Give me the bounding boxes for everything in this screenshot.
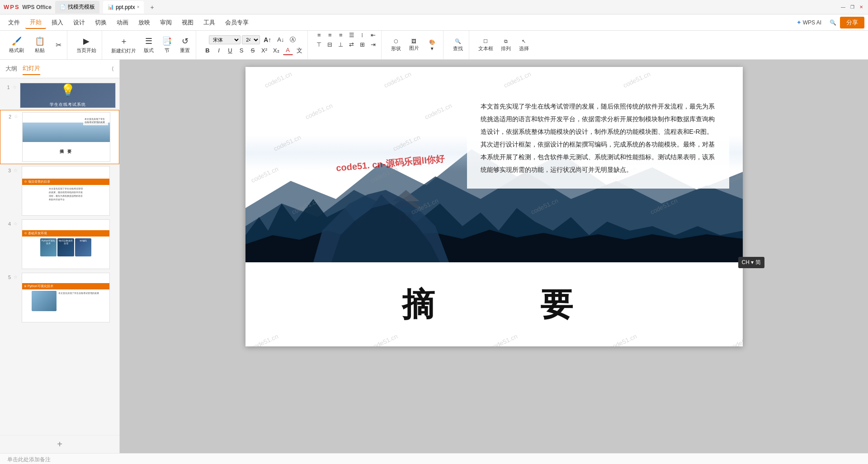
slide-num-5: 5 bbox=[4, 275, 11, 280]
slide-item-4[interactable]: 4 ☆ ※ 基础开发环境 Python可视化技术 MySQL数据库合理 bbox=[0, 218, 119, 271]
align-bot-btn[interactable]: ⊥ bbox=[336, 40, 346, 49]
minimize-btn[interactable]: — bbox=[840, 4, 846, 10]
slide-star-2: ☆ bbox=[14, 114, 19, 119]
search-icon[interactable]: 🔍 bbox=[830, 19, 836, 26]
menu-tools[interactable]: 工具 bbox=[199, 17, 220, 28]
textbox-btn[interactable]: ☐ 文本框 bbox=[476, 37, 496, 54]
subscript-btn[interactable]: X₂ bbox=[271, 46, 282, 55]
slide-thumb-4[interactable]: ※ 基础开发环境 Python可视化技术 MySQL数据库合理 hi/编码 bbox=[22, 219, 110, 269]
layout-btn[interactable]: ☰ 版式 bbox=[141, 34, 157, 56]
tab-templates-icon: 📄 bbox=[60, 4, 66, 10]
toolbar-group-textbox: ☐ 文本框 ⧉ 排列 ↖ 选择 bbox=[473, 31, 535, 59]
cut-icon[interactable]: ✂ bbox=[53, 38, 64, 52]
justify-btn[interactable]: ☰ bbox=[347, 31, 357, 39]
tab-outline[interactable]: 大纲 bbox=[5, 63, 17, 75]
text-dir-btn[interactable]: ⇄ bbox=[347, 40, 357, 49]
slide-num-4: 4 bbox=[4, 221, 11, 227]
menu-design[interactable]: 设计 bbox=[69, 17, 90, 28]
italic-btn[interactable]: I bbox=[214, 46, 224, 55]
slide-bottom: 摘 要 bbox=[245, 263, 743, 346]
slide-num: 1 bbox=[4, 85, 10, 90]
col-count-btn[interactable]: ⫶ bbox=[358, 31, 368, 39]
slide5-content: 本文首先实现了学生在线考试管理的发展 bbox=[30, 289, 101, 312]
toolbar-group-find: 🔍 查找 bbox=[447, 31, 469, 59]
new-slide-btn[interactable]: ＋ 新建幻灯片 bbox=[108, 34, 139, 56]
align-top-btn[interactable]: ⊤ bbox=[314, 40, 324, 49]
slide-canvas[interactable]: code51.cn code51.cn code51.cn code51.cn … bbox=[245, 67, 743, 346]
menu-member[interactable]: 会员专享 bbox=[221, 17, 253, 28]
paste-btn[interactable]: 📋 粘贴 bbox=[28, 34, 51, 56]
slide4-img1: Python可视化技术 bbox=[40, 238, 57, 256]
wps-logo: WPS WPS Office bbox=[4, 4, 52, 10]
picture-style-btn[interactable]: 🎨 ▼ bbox=[424, 38, 440, 53]
font-size-select[interactable]: 24 bbox=[242, 35, 260, 44]
play-icon: ▶ bbox=[83, 36, 90, 46]
slide-thumb-3[interactable]: ※ 项目背景的目录 本文首先实现了学生在线考试管理的发展，随后依照传统的软件开发… bbox=[22, 166, 110, 216]
clear-format-btn[interactable]: Ⓐ bbox=[288, 35, 298, 45]
slide4-img3: hi/编码 bbox=[75, 238, 92, 256]
slide-item-3[interactable]: 3 ☆ ※ 项目背景的目录 本文首先实现了学生在线考试管理的发展，随后依照传统的… bbox=[0, 164, 119, 218]
slide3-header: ※ 项目背景的目录 bbox=[22, 179, 109, 185]
font-color-btn[interactable]: A bbox=[283, 46, 293, 55]
align-center-btn[interactable]: ≡ bbox=[325, 31, 335, 39]
tab-close-btn[interactable]: × bbox=[137, 5, 140, 9]
bold-btn[interactable]: B bbox=[203, 46, 212, 55]
tab-add-btn[interactable]: + bbox=[147, 3, 156, 12]
shape-btn[interactable]: ⬡ 形状 bbox=[388, 37, 404, 54]
toolbar-group-slide: ＋ 新建幻灯片 ☰ 版式 📑 节 ↺ 重置 bbox=[106, 31, 196, 59]
section-icon: 📑 bbox=[162, 36, 172, 46]
menu-view[interactable]: 视图 bbox=[177, 17, 198, 28]
restore-btn[interactable]: ❐ bbox=[849, 4, 855, 10]
slide-text-box[interactable]: 本文首先实现了学生在线考试管理的发展，随后依照传统的软件开发流程，最先为系统挑选… bbox=[467, 87, 729, 189]
section-btn[interactable]: 📑 节 bbox=[159, 34, 175, 56]
toolbar-group-paste: 🖌️ 格式刷 📋 粘贴 ✂ bbox=[4, 31, 67, 59]
shadow-btn[interactable]: S bbox=[236, 46, 246, 55]
note-bar[interactable]: 单击此处添加备注 bbox=[0, 453, 868, 464]
toolbar: 🖌️ 格式刷 📋 粘贴 ✂ ▶ 当页开始 ＋ 新建幻灯片 ☰ 版式 📑 节 ↺ bbox=[0, 31, 868, 60]
menu-switch[interactable]: 切换 bbox=[90, 17, 111, 28]
share-btn[interactable]: 分享 bbox=[840, 17, 864, 28]
slide-thumb-5[interactable]: ※ Python可视化技术 本文首先实现了学生在线考试管理的发展 bbox=[22, 273, 110, 322]
find-btn[interactable]: 🔍 查找 bbox=[450, 37, 466, 54]
new-slide-icon: ＋ bbox=[120, 36, 128, 47]
menu-review[interactable]: 审阅 bbox=[156, 17, 176, 28]
align-mid-btn[interactable]: ⊟ bbox=[325, 40, 335, 49]
slide-item-active[interactable]: 2 ☆ 摘 要 本文首先实现了学生在线考试管理的发展 bbox=[0, 110, 119, 164]
char-spacing-btn[interactable]: 文 bbox=[294, 46, 305, 56]
font-decrease-btn[interactable]: A↓ bbox=[275, 35, 286, 44]
play-current-btn[interactable]: ▶ 当页开始 bbox=[74, 34, 99, 56]
canvas-area: code51.cn code51.cn code51.cn code51.cn … bbox=[120, 60, 868, 453]
align-left-btn[interactable]: ≡ bbox=[314, 31, 324, 39]
close-btn[interactable]: ✕ bbox=[858, 4, 864, 10]
slide-item-5[interactable]: 5 ☆ ※ Python可视化技术 本文首先实现了学生在线考试管理的发展 bbox=[0, 271, 119, 324]
add-slide-btn[interactable]: + bbox=[0, 435, 119, 453]
superscript-btn[interactable]: X² bbox=[259, 46, 269, 55]
redo-btn[interactable]: ↺ 重置 bbox=[177, 34, 193, 56]
tab-ppt[interactable]: 📊 ppt.pptx × bbox=[103, 1, 144, 14]
underline-btn[interactable]: U bbox=[225, 46, 235, 55]
smart-art-btn[interactable]: ⊞ bbox=[358, 40, 368, 49]
sidebar-collapse-btn[interactable]: ⟨ bbox=[112, 66, 114, 72]
align-right-btn[interactable]: ≡ bbox=[336, 31, 346, 39]
menu-file[interactable]: 文件 bbox=[4, 17, 24, 28]
arrange-btn[interactable]: ⧉ 排列 bbox=[498, 37, 514, 54]
menu-play[interactable]: 放映 bbox=[134, 17, 155, 28]
tab-templates[interactable]: 📄 找模壳模板 bbox=[55, 1, 99, 14]
wps-ai-btn[interactable]: ✦ WPS AI bbox=[792, 18, 826, 27]
tab-slide[interactable]: 幻灯片 bbox=[23, 62, 40, 75]
font-increase-btn[interactable]: A↑ bbox=[261, 35, 274, 44]
select-btn[interactable]: ↖ 选择 bbox=[516, 37, 532, 54]
indent-less-btn[interactable]: ⇤ bbox=[368, 31, 378, 39]
slide-thumb-2[interactable]: 摘 要 本文首先实现了学生在线考试管理的发展 bbox=[22, 112, 110, 162]
menu-start[interactable]: 开始 bbox=[25, 16, 46, 29]
strikethrough-btn[interactable]: S bbox=[248, 46, 258, 55]
menu-animate[interactable]: 动画 bbox=[112, 17, 133, 28]
slide-thumb-1[interactable]: 💡 学生在线考试系统 bbox=[20, 83, 116, 108]
picture-btn[interactable]: 🖼 图片 bbox=[406, 37, 422, 53]
font-family-select[interactable]: 宋体 bbox=[209, 35, 241, 44]
indent-more-btn[interactable]: ⇥ bbox=[368, 40, 378, 49]
ch-lang-btn[interactable]: CH ▾ 简 bbox=[738, 257, 764, 268]
format-painter-btn[interactable]: 🖌️ 格式刷 bbox=[6, 34, 27, 56]
menu-insert[interactable]: 插入 bbox=[47, 17, 68, 28]
slide-item[interactable]: 1 ☆ 💡 学生在线考试系统 bbox=[0, 81, 119, 110]
